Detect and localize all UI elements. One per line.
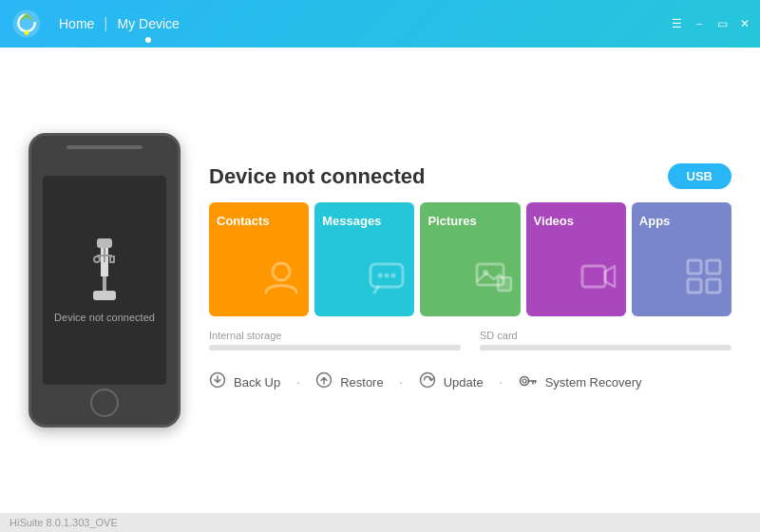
window-controls: ☰ － ▭ ✕ bbox=[669, 16, 752, 31]
svg-point-1 bbox=[25, 30, 29, 35]
menu-icon[interactable]: ☰ bbox=[669, 16, 684, 31]
contacts-label: Contacts bbox=[217, 214, 270, 228]
storage-section: Internal storage SD card bbox=[209, 330, 732, 351]
svg-rect-5 bbox=[93, 291, 116, 300]
phone-home-button bbox=[90, 389, 119, 417]
svg-rect-2 bbox=[97, 238, 112, 248]
svg-rect-18 bbox=[582, 266, 605, 287]
svg-point-26 bbox=[520, 377, 528, 386]
pictures-label: Pictures bbox=[428, 214, 476, 228]
right-panel: Device not connected USB Contacts Messag… bbox=[209, 163, 732, 397]
category-pictures[interactable]: Pictures bbox=[420, 202, 520, 316]
device-header: Device not connected USB bbox=[209, 163, 732, 189]
svg-rect-20 bbox=[707, 260, 720, 274]
recovery-label: System Recovery bbox=[545, 375, 642, 390]
videos-icon bbox=[579, 256, 618, 305]
main-content: Device not connected Device not connecte… bbox=[0, 48, 760, 513]
pictures-icon bbox=[473, 256, 513, 305]
system-recovery-action[interactable]: System Recovery bbox=[507, 368, 654, 397]
category-contacts[interactable]: Contacts bbox=[209, 202, 309, 316]
category-grid: Contacts Messages bbox=[209, 202, 732, 316]
usb-button[interactable]: USB bbox=[668, 163, 732, 189]
apps-label: Apps bbox=[639, 214, 671, 228]
usb-cable-icon bbox=[80, 238, 129, 300]
bottom-actions: Back Up · Restore · bbox=[209, 364, 732, 397]
internal-storage: Internal storage bbox=[209, 330, 461, 351]
device-status-title: Device not connected bbox=[209, 164, 425, 189]
svg-point-27 bbox=[522, 379, 526, 383]
svg-rect-21 bbox=[688, 279, 701, 293]
messages-icon bbox=[367, 256, 407, 305]
svg-rect-22 bbox=[707, 279, 720, 293]
nav-tabs: Home | My Device bbox=[51, 12, 187, 35]
action-separator-2: · bbox=[399, 372, 404, 392]
svg-point-14 bbox=[391, 274, 396, 278]
restore-label: Restore bbox=[340, 375, 384, 390]
phone-mockup: Device not connected bbox=[28, 133, 180, 428]
contacts-icon bbox=[261, 256, 301, 305]
recovery-icon bbox=[519, 371, 538, 393]
restore-action[interactable]: Restore bbox=[304, 368, 395, 397]
close-button[interactable]: ✕ bbox=[737, 16, 752, 31]
version-text: HiSuite 8.0.1.303_OVE bbox=[10, 517, 118, 528]
sd-storage-label: SD card bbox=[480, 330, 732, 341]
sd-storage-bar bbox=[480, 345, 732, 351]
update-action[interactable]: Update bbox=[408, 368, 495, 397]
svg-rect-9 bbox=[110, 256, 114, 262]
app-logo bbox=[11, 9, 42, 39]
action-separator-3: · bbox=[499, 372, 504, 392]
internal-storage-label: Internal storage bbox=[209, 330, 461, 341]
backup-icon bbox=[209, 371, 226, 393]
svg-point-12 bbox=[378, 274, 383, 278]
svg-point-10 bbox=[273, 263, 290, 280]
statusbar: HiSuite 8.0.1.303_OVE bbox=[0, 513, 760, 532]
category-videos[interactable]: Videos bbox=[526, 202, 626, 316]
restore-icon bbox=[315, 371, 332, 393]
videos-label: Videos bbox=[534, 214, 574, 228]
backup-action[interactable]: Back Up bbox=[209, 368, 292, 397]
minimize-button[interactable]: － bbox=[692, 16, 707, 31]
phone-status-text: Device not connected bbox=[54, 312, 155, 323]
category-messages[interactable]: Messages bbox=[314, 202, 414, 316]
update-icon bbox=[419, 371, 436, 393]
phone-top-bar bbox=[66, 145, 142, 149]
action-separator-1: · bbox=[295, 372, 300, 392]
backup-label: Back Up bbox=[234, 375, 280, 390]
tab-my-device[interactable]: My Device bbox=[110, 12, 187, 35]
restore-button[interactable]: ▭ bbox=[714, 16, 730, 31]
titlebar: Home | My Device ☰ － ▭ ✕ bbox=[0, 0, 760, 48]
internal-storage-bar bbox=[209, 345, 461, 351]
tab-home[interactable]: Home bbox=[51, 12, 102, 35]
svg-point-13 bbox=[385, 274, 390, 278]
apps-icon bbox=[684, 256, 724, 305]
svg-point-8 bbox=[94, 256, 100, 262]
sd-storage: SD card bbox=[480, 330, 732, 351]
svg-rect-17 bbox=[498, 277, 511, 291]
phone-screen: Device not connected bbox=[43, 176, 166, 385]
nav-separator: | bbox=[104, 15, 107, 32]
svg-rect-19 bbox=[688, 260, 701, 274]
category-apps[interactable]: Apps bbox=[632, 202, 732, 316]
messages-label: Messages bbox=[322, 214, 381, 228]
update-label: Update bbox=[444, 375, 484, 390]
